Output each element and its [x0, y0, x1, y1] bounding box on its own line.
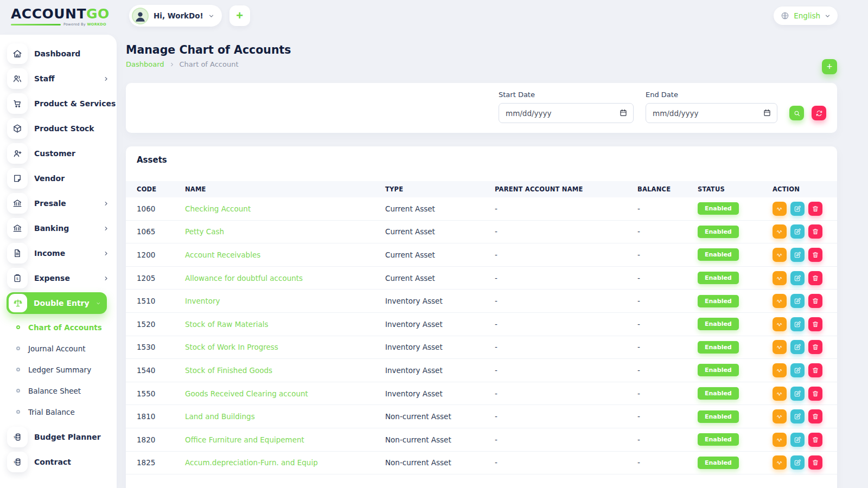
delete-button[interactable] — [808, 248, 822, 262]
delete-button[interactable] — [808, 317, 822, 331]
activity-button[interactable] — [773, 294, 787, 308]
sidebar-item-product-stock[interactable]: Product Stock — [0, 116, 117, 141]
cell-name-link[interactable]: Goods Received Clearing account — [185, 389, 385, 398]
activity-button[interactable] — [773, 271, 787, 285]
cell-name-link[interactable]: Office Furniture and Equipement — [185, 435, 385, 444]
edit-button[interactable] — [790, 248, 805, 262]
sidebar-subitem-trial-balance[interactable]: Trial Balance — [0, 401, 117, 422]
edit-icon — [794, 343, 801, 351]
delete-button[interactable] — [808, 271, 822, 285]
edit-button[interactable] — [790, 409, 805, 423]
calendar-icon[interactable] — [763, 108, 771, 117]
edit-button[interactable] — [790, 294, 805, 308]
cell-name-link[interactable]: Inventory — [185, 297, 385, 305]
column-header-code: CODE — [137, 185, 185, 193]
delete-button[interactable] — [808, 387, 822, 401]
bullet-icon — [16, 325, 20, 329]
activity-button[interactable] — [773, 409, 787, 423]
sidebar-item-budget-planner[interactable]: $ Budget Planner — [0, 425, 117, 450]
menu-label: Banking — [34, 224, 69, 233]
cell-actions — [773, 271, 837, 285]
activity-button[interactable] — [773, 387, 787, 401]
calendar-icon[interactable] — [619, 108, 628, 117]
activity-button[interactable] — [773, 455, 787, 470]
activity-button[interactable] — [773, 363, 787, 377]
activity-button[interactable] — [773, 317, 787, 331]
add-account-button[interactable]: + — [822, 59, 837, 74]
search-button[interactable] — [789, 106, 804, 120]
cell-name-link[interactable]: Stock of Raw Materials — [185, 320, 385, 329]
cell-name-link[interactable]: Checking Account — [185, 204, 385, 213]
sidebar-item-vendor[interactable]: Vendor — [0, 166, 117, 191]
sidebar-item-double-entry[interactable]: Double Entry — [7, 292, 107, 314]
delete-button[interactable] — [808, 202, 822, 216]
activity-wave-icon — [776, 320, 783, 328]
activity-button[interactable] — [773, 248, 787, 262]
edit-button[interactable] — [790, 224, 805, 239]
user-menu[interactable]: Hi, WorkDo! — [129, 5, 222, 27]
activity-button[interactable] — [773, 202, 787, 216]
delete-button[interactable] — [808, 433, 822, 447]
brand-tagline: Powered By WORKDO — [63, 22, 106, 27]
edit-button[interactable] — [790, 317, 805, 331]
sidebar-item-contract[interactable]: $ Contract — [0, 450, 117, 474]
cell-name-link[interactable]: Account Receivables — [185, 251, 385, 259]
cell-name-link[interactable]: Petty Cash — [185, 227, 385, 236]
menu-label: Income — [34, 249, 65, 258]
sidebar-item-staff[interactable]: Staff — [0, 66, 117, 91]
delete-button[interactable] — [808, 455, 822, 470]
sidebar-item-presale[interactable]: Presale — [0, 191, 117, 216]
brand-logo[interactable]: ACCOUNTGO Powered By WORKDO — [11, 7, 103, 27]
sidebar-subitem-journal-account[interactable]: Journal Account — [0, 338, 117, 359]
status-badge: Enabled — [698, 318, 739, 330]
delete-button[interactable] — [808, 294, 822, 308]
chevron-right-icon — [103, 251, 109, 256]
cell-balance: - — [637, 274, 698, 282]
sidebar-item-customer[interactable]: Customer — [0, 141, 117, 166]
cell-name-link[interactable]: Land and Buildings — [185, 412, 385, 421]
sidebar-subitem-chart-of-accounts[interactable]: Chart of Accounts — [0, 317, 117, 338]
plus-icon: + — [827, 62, 833, 72]
sidebar-subitem-ledger-summary[interactable]: Ledger Summary — [0, 359, 117, 380]
coins-icon: $ — [7, 452, 28, 472]
delete-button[interactable] — [808, 409, 822, 423]
cell-name-link[interactable]: Allowance for doubtful accounts — [185, 274, 385, 282]
sidebar-item-income[interactable]: Income — [0, 241, 117, 266]
start-date-input[interactable] — [499, 103, 634, 123]
edit-icon — [794, 413, 801, 420]
delete-button[interactable] — [808, 363, 822, 377]
sidebar-item-expense[interactable]: $ Expense — [0, 266, 117, 291]
quick-add-button[interactable]: + — [229, 5, 250, 26]
sidebar-item-banking[interactable]: Banking — [0, 216, 117, 241]
cell-name-link[interactable]: Stock of Work In Progress — [185, 343, 385, 351]
cell-parent-account: - — [495, 204, 637, 213]
edit-button[interactable] — [790, 363, 805, 377]
breadcrumb-dashboard-link[interactable]: Dashboard — [126, 60, 164, 68]
activity-button[interactable] — [773, 340, 787, 354]
reset-button[interactable] — [812, 106, 826, 120]
activity-button[interactable] — [773, 433, 787, 447]
breadcrumb-current: Chart of Account — [180, 60, 239, 68]
submenu-label: Journal Account — [28, 344, 86, 353]
user-plus-icon — [7, 143, 28, 164]
submenu-label: Trial Balance — [28, 408, 75, 416]
edit-button[interactable] — [790, 202, 805, 216]
edit-button[interactable] — [790, 455, 805, 470]
end-date-input[interactable] — [646, 103, 777, 123]
activity-wave-icon — [776, 251, 783, 259]
language-selector[interactable]: English — [774, 7, 838, 25]
delete-button[interactable] — [808, 224, 822, 239]
delete-button[interactable] — [808, 340, 822, 354]
user-greeting: Hi, WorkDo! — [154, 11, 203, 20]
sidebar-item-product-services[interactable]: Product & Services — [0, 91, 117, 116]
edit-button[interactable] — [790, 433, 805, 447]
sidebar-subitem-balance-sheet[interactable]: Balance Sheet — [0, 380, 117, 401]
cell-name-link[interactable]: Accum.depreciation-Furn. and Equip — [185, 458, 385, 467]
activity-button[interactable] — [773, 224, 787, 239]
edit-button[interactable] — [790, 271, 805, 285]
edit-button[interactable] — [790, 387, 805, 401]
edit-button[interactable] — [790, 340, 805, 354]
sidebar-item-dashboard[interactable]: Dashboard — [0, 41, 117, 66]
cell-name-link[interactable]: Stock of Finished Goods — [185, 366, 385, 375]
activity-wave-icon — [776, 297, 783, 305]
